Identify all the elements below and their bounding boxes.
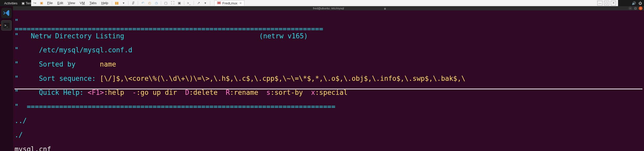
netrw-sortedby-value: name xyxy=(100,61,116,68)
vm-pause-icon[interactable]: ▮▮ xyxy=(114,1,119,6)
dock-app-vscode[interactable] xyxy=(1,8,12,18)
qh-desc-special: :special xyxy=(315,89,347,96)
speaker-icon: 🔊 xyxy=(632,1,636,5)
netrw-entry-parent[interactable]: ../ xyxy=(15,117,27,124)
vm-menu-edit[interactable]: Edit xyxy=(56,1,65,5)
netrw-title: Netrw Directory Listing xyxy=(31,33,124,40)
netrw-quote: " xyxy=(15,75,31,82)
vm-dropdown-icon[interactable]: ▾ xyxy=(121,1,126,6)
host-maximize-button[interactable]: ▢ xyxy=(604,1,609,5)
netrw-quote: " xyxy=(15,61,31,68)
netrw-rule-bottom: ========================================… xyxy=(27,103,335,110)
netrw-quote: " xyxy=(15,103,27,110)
qh-key-r: R xyxy=(226,89,230,96)
host-pin-icon[interactable]: ↪ xyxy=(32,1,37,6)
vm-usb-icon[interactable]: ⇵ xyxy=(131,1,136,6)
qh-desc-delete: :delete xyxy=(189,89,218,96)
terminal-body[interactable]: " ======================================… xyxy=(13,10,644,151)
netrw-quickhelp-label: Quick Help: xyxy=(31,89,88,96)
qh-desc-up: :go up dir xyxy=(136,89,177,96)
host-tabs-icon[interactable]: ▣ xyxy=(39,1,44,6)
host-minimize-button[interactable]: — xyxy=(597,1,602,5)
netrw-rule-top: ========================================… xyxy=(15,25,323,33)
gnome-tray[interactable]: 🔊 ⏻ xyxy=(632,1,642,5)
netrw-entry-dot[interactable]: ./ xyxy=(15,132,23,139)
vm-host-toolbar: ↪ ▣ File Edit View VM Tabs Help ▮▮ ▾ ⇵ ↶… xyxy=(31,0,618,6)
qh-desc-rename: :rename xyxy=(230,89,258,96)
vm-export-icon[interactable]: ↗ xyxy=(196,1,201,6)
ubuntu-dock: >_ xyxy=(0,6,13,151)
netrw-quote: " xyxy=(15,18,23,26)
qh-desc-help: :help xyxy=(104,89,124,96)
guest-close-button[interactable]: × xyxy=(639,6,642,10)
netrw-quote: " xyxy=(15,33,31,40)
qh-key-dash: - xyxy=(132,89,136,96)
vm-fit-icon[interactable]: ▢ xyxy=(163,1,168,6)
vm-snapshot-manage-icon[interactable]: ◷ xyxy=(154,1,159,6)
guest-maximize-button[interactable]: ▢ xyxy=(634,6,637,10)
vm-unity-icon[interactable]: ▣ xyxy=(177,1,182,6)
netrw-quote: " xyxy=(15,47,31,54)
qh-key-d: D xyxy=(185,89,189,96)
vm-snapshot-take-icon[interactable]: ◴ xyxy=(147,1,152,6)
vm-tab-label: FredLinux xyxy=(222,1,237,5)
vm-export-dropdown-icon[interactable]: ▾ xyxy=(203,1,208,6)
qh-key-f1: <F1> xyxy=(88,89,104,96)
terminal-icon: >_ xyxy=(3,23,10,28)
svg-text:>_: >_ xyxy=(4,24,8,27)
vm-console-icon[interactable]: >_ xyxy=(186,1,191,6)
qh-desc-sort: :sort-by xyxy=(270,89,303,96)
vm-menu-file[interactable]: File xyxy=(46,1,54,5)
vm-snapshot-back-icon[interactable]: ↶ xyxy=(140,1,145,6)
dock-app-terminal[interactable]: >_ xyxy=(1,20,12,31)
netrw-version: (netrw v165) xyxy=(259,33,308,40)
vm-tab-fredlinux[interactable]: FredLinux × xyxy=(214,0,244,6)
guest-window-titlebar[interactable]: fred@ubuntu: /etc/mysql ≡ – ▢ × xyxy=(13,6,644,10)
power-icon: ⏻ xyxy=(639,1,642,5)
netrw-sortedby-label: Sorted by xyxy=(31,61,100,68)
netrw-sortseq-value: [\/]$,\<core\%(\.\d\+\)\=\>,\.h$,\.c$,\.… xyxy=(100,75,465,82)
vscode-icon xyxy=(3,9,10,17)
netrw-sortseq-label: Sort sequence: xyxy=(31,75,100,82)
vm-fullscreen-icon[interactable]: ⛶ xyxy=(170,1,175,6)
svg-rect-1 xyxy=(218,2,220,4)
vm-tab-close-icon[interactable]: × xyxy=(239,1,242,5)
guest-window-title: fred@ubuntu: /etc/mysql xyxy=(313,7,344,10)
netrw-entry-file[interactable]: mysql.cnf xyxy=(15,146,51,151)
netrw-quote: " xyxy=(15,89,31,96)
qh-key-s: s xyxy=(266,89,271,96)
host-close-button[interactable]: ✕ xyxy=(611,1,616,5)
vm-tab-icon xyxy=(217,1,221,5)
guest-minimize-button[interactable]: – xyxy=(628,6,632,10)
vim-statusline xyxy=(15,89,642,89)
netrw-path: /etc/mysql/mysql.conf.d xyxy=(31,47,132,54)
vm-menu-view[interactable]: View xyxy=(66,1,77,5)
vm-menu-tabs[interactable]: Tabs xyxy=(88,1,98,5)
gnome-activities[interactable]: Activities xyxy=(2,1,19,5)
netrw-title-spacer xyxy=(124,33,259,40)
vm-menu-vm[interactable]: VM xyxy=(78,1,86,5)
qh-key-x: x xyxy=(311,89,315,96)
vm-menu-help[interactable]: Help xyxy=(100,1,110,5)
